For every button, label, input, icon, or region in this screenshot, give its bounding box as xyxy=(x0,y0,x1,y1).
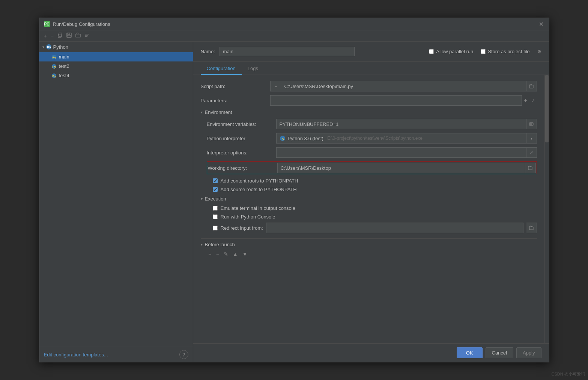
add-source-roots-row: Add source roots to PYTHONPATH xyxy=(207,187,537,192)
group-toggle-icon xyxy=(42,45,44,49)
redirect-input-field[interactable] xyxy=(266,223,523,233)
svg-rect-1 xyxy=(59,33,62,36)
sidebar-item-test4[interactable]: Py test4 xyxy=(39,71,193,80)
interpreter-options-expand-button[interactable]: ⤢ xyxy=(526,147,537,158)
script-path-type-dropdown[interactable]: ▾ xyxy=(270,81,281,91)
before-launch-edit-button[interactable]: ✎ xyxy=(222,250,230,258)
add-content-roots-label[interactable]: Add content roots to PYTHONPATH xyxy=(221,178,298,184)
interpreter-options-input[interactable] xyxy=(276,147,526,158)
close-button[interactable]: ✕ xyxy=(538,21,544,27)
run-python-console-checkbox[interactable] xyxy=(213,214,218,219)
interpreter-options-label: Interpreter options: xyxy=(207,150,276,156)
apply-button[interactable]: Apply xyxy=(516,347,541,358)
sidebar-item-test2[interactable]: Py test2 xyxy=(39,61,193,71)
script-path-field xyxy=(281,81,537,91)
interpreter-options-row: Interpreter options: ⤢ xyxy=(207,147,537,158)
python-file-icon-test2: Py xyxy=(51,64,57,69)
svg-rect-4 xyxy=(67,35,71,37)
add-config-button[interactable]: + xyxy=(42,32,48,40)
before-launch-toolbar: + − ✎ ▲ ▼ xyxy=(201,250,537,258)
svg-rect-16 xyxy=(529,123,533,126)
add-source-roots-checkbox[interactable] xyxy=(213,187,218,192)
parameters-label: Parameters: xyxy=(201,98,270,103)
interpreter-options-field: ⤢ xyxy=(276,147,537,158)
sort-config-button[interactable] xyxy=(83,32,91,40)
cancel-button[interactable]: Cancel xyxy=(486,347,513,358)
scrollbar-thumb[interactable] xyxy=(545,75,549,142)
python-group: Py Python Py main Py test2 xyxy=(39,42,193,80)
configuration-toolbar: + − xyxy=(39,30,549,42)
script-path-input[interactable] xyxy=(281,81,526,91)
before-launch-section: ▾ Before launch + − ✎ ▲ ▼ xyxy=(201,238,537,258)
working-directory-browse-button[interactable] xyxy=(525,163,536,173)
allow-parallel-checkbox[interactable] xyxy=(429,49,434,54)
ok-button[interactable]: OK xyxy=(457,347,483,358)
form-area: Script path: ▾ xyxy=(193,75,544,343)
parameters-field: + ⤢ xyxy=(270,95,537,106)
before-launch-move-down-button[interactable]: ▼ xyxy=(241,250,250,258)
environment-toggle-icon[interactable]: ▾ xyxy=(201,110,203,114)
script-path-browse-button[interactable] xyxy=(526,81,537,91)
parameters-add-button[interactable]: + xyxy=(522,97,529,104)
env-variables-row: Environment variables: xyxy=(207,119,537,129)
env-variables-label: Environment variables: xyxy=(207,121,276,127)
script-path-label: Script path: xyxy=(201,84,270,89)
add-content-roots-row: Add content roots to PYTHONPATH xyxy=(207,178,537,184)
copy-config-button[interactable] xyxy=(56,32,64,40)
python-interpreter-label: Python interpreter: xyxy=(207,136,276,141)
remove-config-button[interactable]: − xyxy=(49,32,55,40)
python-group-icon: Py xyxy=(46,44,52,50)
store-project-label[interactable]: Store as project file xyxy=(481,49,529,54)
execution-toggle-icon[interactable]: ▾ xyxy=(201,197,203,201)
before-launch-label: Before launch xyxy=(205,242,235,247)
redirect-input-label: Redirect input from: xyxy=(221,225,263,231)
python-group-header[interactable]: Py Python xyxy=(39,42,193,52)
parameters-expand-button[interactable]: ⤢ xyxy=(529,97,537,104)
redirect-input-checkbox[interactable] xyxy=(213,226,218,230)
script-path-row: Script path: ▾ xyxy=(201,81,537,91)
emulate-terminal-checkbox[interactable] xyxy=(213,206,218,211)
execution-section-label: Execution xyxy=(205,196,226,202)
save-config-button[interactable] xyxy=(65,32,73,40)
env-browse-icon xyxy=(529,122,534,126)
python-interpreter-select[interactable]: Py Python 3.6 (test) E:\0-project\python… xyxy=(276,133,526,144)
move-config-button[interactable] xyxy=(74,32,82,40)
run-python-console-label[interactable]: Run with Python Console xyxy=(221,214,275,220)
edit-templates-link[interactable]: Edit configuration templates... xyxy=(44,352,108,358)
name-input[interactable] xyxy=(220,47,355,56)
gear-icon: ⚙ xyxy=(537,49,541,54)
title-bar-left: PC Run/Debug Configurations xyxy=(44,21,110,27)
interpreter-dropdown-button[interactable]: ▾ xyxy=(526,133,537,144)
scrollbar-track xyxy=(544,75,549,343)
working-directory-input[interactable] xyxy=(277,163,525,173)
parameters-input[interactable] xyxy=(270,95,522,106)
add-source-roots-label[interactable]: Add source roots to PYTHONPATH xyxy=(221,187,297,192)
interpreter-select-wrapper: Py Python 3.6 (test) E:\0-project\python… xyxy=(276,133,537,144)
help-button[interactable]: ? xyxy=(179,350,188,359)
before-launch-add-button[interactable]: + xyxy=(207,250,214,258)
config-panel: Name: Allow parallel run Store as projec… xyxy=(193,42,549,362)
app-icon: PC xyxy=(44,21,50,27)
allow-parallel-label[interactable]: Allow parallel run xyxy=(429,49,473,54)
redirect-input-browse-button[interactable] xyxy=(526,223,537,233)
emulate-terminal-label[interactable]: Emulate terminal in output console xyxy=(221,205,295,211)
execution-section-header: ▾ Execution xyxy=(201,196,537,202)
store-project-checkbox[interactable] xyxy=(481,49,486,54)
before-launch-remove-button[interactable]: − xyxy=(214,250,221,258)
config-tabs: Configuration Logs xyxy=(193,62,549,75)
env-variables-browse-button[interactable] xyxy=(526,119,537,129)
add-content-roots-checkbox[interactable] xyxy=(213,178,218,183)
svg-text:Py: Py xyxy=(47,45,51,49)
env-variables-input[interactable] xyxy=(276,119,526,129)
python-interpreter-value: Python 3.6 (test) xyxy=(288,136,323,141)
main-content: Py Python Py main Py test2 xyxy=(39,42,549,362)
sidebar-item-main[interactable]: Py main xyxy=(39,52,193,61)
env-variables-field xyxy=(276,119,537,129)
tab-logs[interactable]: Logs xyxy=(242,62,264,75)
save-icon xyxy=(66,33,72,38)
before-launch-move-up-button[interactable]: ▲ xyxy=(231,250,240,258)
tab-configuration[interactable]: Configuration xyxy=(201,62,242,75)
copy-icon xyxy=(57,33,63,38)
before-launch-toggle-icon[interactable]: ▾ xyxy=(201,242,203,247)
run-python-console-row: Run with Python Console xyxy=(207,214,537,220)
